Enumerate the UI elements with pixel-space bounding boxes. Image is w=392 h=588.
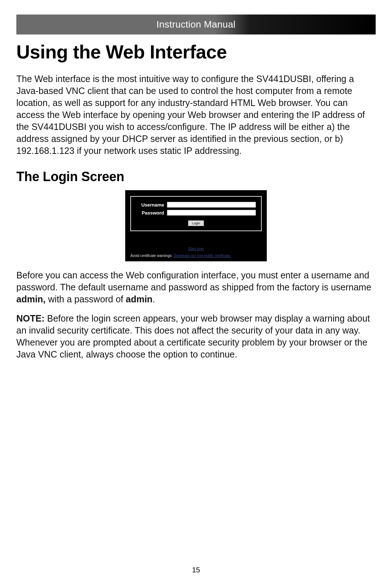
login-form-box: Username Password Login	[130, 196, 262, 231]
note-paragraph: NOTE: Before the login screen appears, y…	[16, 313, 376, 360]
password-row: Password	[136, 210, 256, 216]
note-body: Before the login screen appears, your we…	[16, 313, 370, 359]
p2-end: .	[152, 294, 155, 304]
login-button-row: Login	[136, 219, 256, 226]
login-screenshot: Username Password Login Start over Avoid…	[125, 190, 267, 261]
start-over-link-row: Start over	[130, 245, 262, 252]
intro-paragraph: The Web interface is the most intuitive …	[16, 73, 376, 157]
download-cert-link[interactable]: Download our root public certificate.	[173, 254, 231, 258]
login-footer: Avoid certificate warnings: Download our…	[130, 254, 262, 258]
section-heading-login: The Login Screen	[16, 169, 376, 184]
cert-warning-label: Avoid certificate warnings:	[130, 254, 173, 258]
note-label: NOTE:	[16, 313, 45, 323]
username-input[interactable]	[167, 202, 256, 208]
page-number: 15	[0, 566, 392, 574]
login-button[interactable]: Login	[188, 220, 204, 226]
header-title: Instruction Manual	[156, 19, 236, 30]
header-bar: Instruction Manual	[16, 15, 376, 34]
password-input[interactable]	[167, 210, 256, 216]
p2-admin2: admin	[126, 294, 153, 304]
username-row: Username	[136, 202, 256, 208]
username-label: Username	[136, 202, 167, 208]
p2-admin1: admin,	[16, 294, 46, 304]
page-heading: Using the Web Interface	[16, 41, 376, 63]
p2-lead: Before you can access the Web configurat…	[16, 270, 371, 292]
default-creds-paragraph: Before you can access the Web configurat…	[16, 269, 376, 305]
p2-mid: with a password of	[46, 294, 126, 304]
password-label: Password	[136, 210, 167, 216]
start-over-link[interactable]: Start over	[188, 247, 204, 251]
